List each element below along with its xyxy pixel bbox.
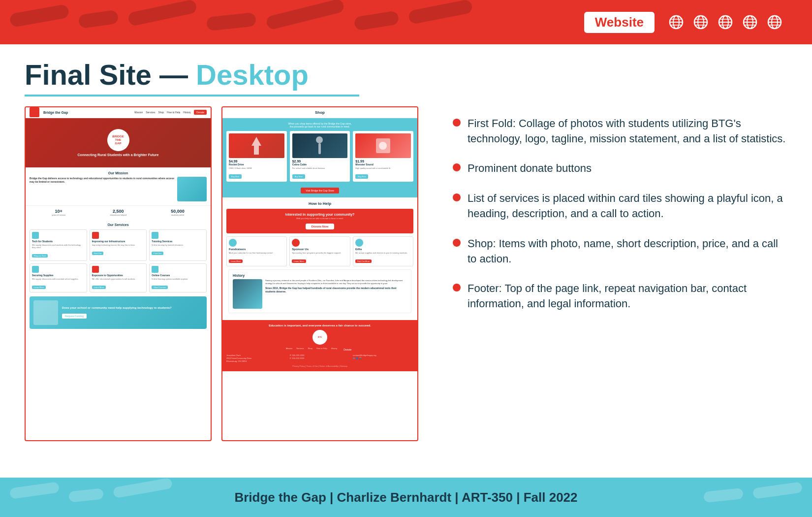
ss-footer-col-3: contact@bridgethegap.org🐦 🔵 📸 (353, 354, 413, 363)
ss-footer-logo: BTG (312, 330, 327, 345)
ss-shop-item-img-3 (355, 133, 411, 158)
ss-services-grid: Tech for Students We supply classrooms a… (30, 229, 207, 293)
website-label[interactable]: Website (584, 12, 655, 33)
ss-support-btn-2: Learn More (292, 259, 306, 263)
ss-stat-num-3: 50,000 (171, 209, 185, 214)
ss-service-icon-5 (92, 266, 99, 273)
ss-history-text: Starting a journey centered on the seed … (265, 279, 407, 285)
ss-shop-name-1: Rocket Drive (229, 163, 284, 166)
ss-shop-btn-1: Buy Now (229, 174, 242, 179)
ss-history-img (233, 279, 262, 309)
ss-nav-shop: Shop (158, 111, 164, 114)
ss-store-link: Visit Bridge the Gap Store (226, 185, 413, 194)
ss-nav-links: Mission Services Shop How to Help Histor… (134, 110, 207, 115)
ss-how-section: How to Help Interested in supporting you… (222, 197, 417, 320)
title-part2: Desktop (196, 59, 309, 91)
bullet-item-4: Shop: Items with photo, name, short desc… (453, 236, 787, 267)
ss-stat-2: 2,500 classrooms helped (110, 209, 126, 216)
ss-service-desc-6: Online learning options available anytim… (152, 278, 204, 280)
ss-footer-link-2: Services (296, 347, 304, 352)
globe-icon-4[interactable] (742, 14, 758, 30)
ss-shop-desc-3: High quality sound with a comfortable fi… (355, 167, 411, 169)
svg-rect-27 (318, 143, 321, 154)
ss-support-card-1: Fundraisers Mark your calendar for our f… (226, 236, 287, 266)
ss-footer-col-2: P: 555-222-2222F: 555-222-3223 (290, 354, 350, 363)
ss-shop-desc-2: For school and reliable short distance (292, 167, 348, 169)
ss-services-section: Our Services Tech for Students We supply… (26, 219, 211, 297)
ss-service-icon-3 (152, 232, 158, 239)
ss-history-title: History (233, 274, 407, 277)
ss-mission-section: Our Mission Bridge the Gap delivers acce… (26, 167, 211, 205)
ss-nav-mission: Mission (134, 111, 143, 114)
ss-footer-quote: Education is important, and everyone des… (226, 324, 413, 327)
ss-service-icon-4 (32, 266, 39, 273)
bullet-dot-3 (453, 194, 461, 201)
bullet-item-5: Footer: Top of the page link, repeat nav… (453, 281, 787, 312)
ss-mission-layout: Bridge the Gap delivers access to techno… (30, 177, 207, 201)
ss-service-icon-2 (92, 232, 99, 239)
ss-donate-section: Interested in supporting your community?… (226, 209, 413, 233)
ss-shop-section: When you shop items offered by the Bridg… (222, 118, 417, 197)
ss-service-desc-4: We supply classrooms with essential scho… (32, 278, 85, 280)
ss-funding-section: Does your school or community need help … (30, 296, 207, 329)
ss-service-title-2: Improving our Infrastructure (92, 240, 145, 243)
ss-history-text-area: Starting a journey centered on the seed … (265, 279, 407, 309)
ss-service-desc-1: We supply classrooms and students with t… (32, 244, 85, 249)
ss-shop-btn-2: Buy Now (292, 174, 305, 179)
bullets-area: First Fold: Collage of photos with stude… (443, 106, 787, 473)
ss-history-bold: Since 2010, Bridge the Gap has helped hu… (265, 287, 407, 293)
title-part1: Final Site (25, 59, 152, 91)
ss-logo (30, 107, 39, 117)
ss-service-desc-3: Online tutoring by trained educators. (152, 244, 204, 246)
bullet-text-4: Shop: Items with photo, name, short desc… (468, 236, 787, 267)
ss-footer-legal: Privacy Policy | Terms of Use | Notice o… (226, 365, 413, 367)
ss-shop-price-3: $1.99 (355, 160, 411, 163)
ss-service-btn-3: Find Out (152, 252, 163, 255)
ss-nav-history: History (183, 111, 191, 114)
ss-shop-name-3: Monster Sound (355, 163, 411, 166)
ss-support-icon-2 (292, 239, 300, 247)
ss-store-link-btn: Visit Bridge the Gap Store (301, 188, 339, 194)
ss-support-btn-3: Find Out More (355, 259, 372, 263)
ss-footer-links: Mission Services Shop How to Help Histor… (226, 347, 413, 352)
ss-funding-img (33, 300, 58, 325)
globe-icon-1[interactable] (668, 14, 684, 30)
ss-stat-label-2: classrooms helped (110, 214, 126, 216)
ss-service-title-1: Tech for Students (32, 240, 85, 243)
ss-hero-tagline: Connecting Rural Students with a Brighte… (78, 153, 159, 157)
ss-shop-name-2: Cobra Cable (292, 163, 348, 166)
ss-service-title-4: Securing Supplies (32, 274, 85, 277)
screenshots-area: Bridge the Gap Mission Services Shop How… (25, 106, 428, 473)
bullet-text-2: Prominent donate buttons (468, 161, 592, 176)
ss-shop-item-img-2 (292, 133, 348, 158)
ss-support-title-2: Sponsor Us (292, 248, 347, 251)
ss-support-title-1: Fundraisers (229, 248, 284, 251)
ss-stat-3: 50,000 students aided (171, 209, 185, 216)
ss-shop-grid: $4.99 Rocket Drive USB 2.0 flash drive, … (226, 131, 413, 182)
globe-icon-3[interactable] (718, 14, 733, 30)
ss-service-btn-6: View Courses (152, 286, 168, 289)
ss-support-desc-2: Sponsoring from programs provides the bi… (292, 252, 347, 254)
ss-service-card-3: Tutoring Services Online tutoring by tra… (149, 229, 207, 261)
ss-shop-subtitle: When you shop items offered by the Bridg… (226, 122, 413, 128)
ss-shop-price-2: $2.99 (292, 160, 348, 163)
ss-support-title-3: Gifts (355, 248, 411, 251)
ss-stat-num-1: 10+ (52, 209, 65, 214)
ss-footer-logo-text: BTG (318, 336, 322, 338)
globe-icon-5[interactable] (767, 14, 782, 30)
ss-stat-label-3: students aided (171, 214, 185, 216)
ss-donate-heading: Interested in supporting your community? (230, 213, 409, 216)
ss-brand: Bridge the Gap (43, 111, 68, 114)
ss-how-title: How to Help (226, 201, 413, 206)
bullet-text-1: First Fold: Collage of photos with stude… (468, 116, 787, 147)
ss-service-icon-1 (32, 232, 39, 239)
ss-services-title: Our Services (30, 223, 207, 226)
screenshot-right: Shop When you shop items offered by the … (221, 106, 418, 441)
svg-marker-25 (251, 137, 261, 155)
footer-text: Bridge the Gap | Charlize Bernhardt | AR… (234, 490, 577, 505)
globe-icon-2[interactable] (693, 14, 709, 30)
ss-mission-title: Our Mission (30, 171, 207, 175)
ss-shop-btn-3: Buy Now (355, 174, 368, 179)
ss-mission-text: Bridge the Gap delivers access to techno… (30, 177, 174, 201)
ss-history-layout: Starting a journey centered on the seed … (233, 279, 407, 309)
